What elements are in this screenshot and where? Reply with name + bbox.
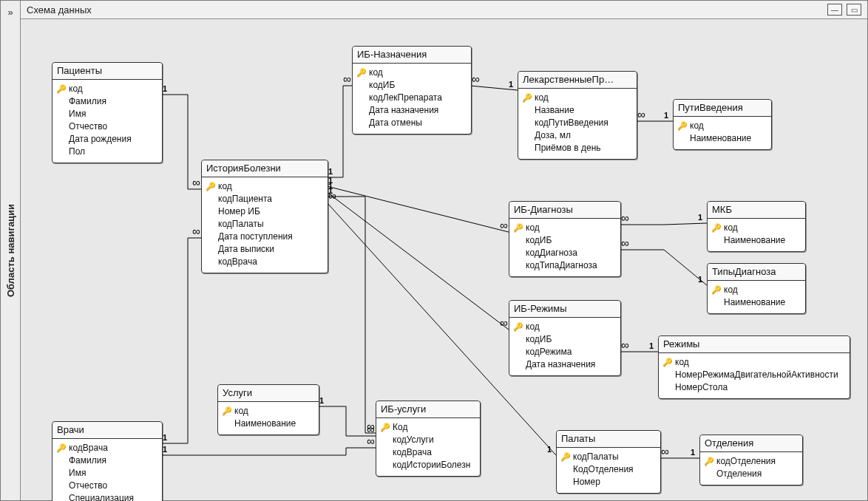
table-header[interactable]: Пациенты bbox=[52, 63, 162, 80]
field-item[interactable]: Специализация bbox=[57, 492, 157, 501]
table-prescr[interactable]: ИБ-Назначения🔑кодкодИБкодЛекПрепаратаДат… bbox=[352, 46, 472, 134]
table-header[interactable]: ТипыДиагноза bbox=[708, 264, 805, 281]
field-item[interactable]: Фамилия bbox=[57, 95, 157, 108]
table-header[interactable]: ИБ-Назначения bbox=[353, 47, 471, 64]
field-item[interactable]: КодОтделения bbox=[561, 463, 656, 476]
field-item[interactable]: НомерСтола bbox=[663, 381, 845, 394]
field-item[interactable]: Дата выписки bbox=[206, 243, 323, 256]
field-item[interactable]: 🔑код bbox=[663, 356, 845, 369]
field-name: НомерРежимаДвигательнойАктивности bbox=[675, 369, 838, 381]
field-item[interactable]: 🔑код bbox=[206, 180, 323, 193]
table-header[interactable]: ИБ-услуги bbox=[376, 401, 480, 418]
table-header[interactable]: Палаты bbox=[557, 431, 660, 448]
table-services[interactable]: Услуги🔑кодНаименование bbox=[217, 384, 319, 435]
field-item[interactable]: Пол bbox=[57, 146, 157, 158]
field-item[interactable]: Отчество bbox=[57, 480, 157, 492]
field-item[interactable]: НомерРежимаДвигательнойАктивности bbox=[663, 369, 845, 381]
table-routes[interactable]: ПутиВведения🔑кодНаименование bbox=[673, 99, 772, 150]
field-item[interactable]: Приёмов в день bbox=[523, 142, 632, 154]
field-item[interactable]: 🔑кодПалаты bbox=[561, 451, 656, 463]
field-item[interactable]: 🔑кодОтделения bbox=[705, 455, 798, 468]
table-header[interactable]: ИБ-Диагнозы bbox=[509, 202, 620, 219]
navigation-pane-collapsed[interactable]: » Область навигации bbox=[1, 1, 21, 500]
field-item[interactable]: 🔑код bbox=[712, 222, 801, 234]
field-item[interactable]: кодРежима bbox=[514, 346, 616, 358]
minimize-button[interactable]: — bbox=[827, 4, 842, 16]
table-depts[interactable]: Отделения🔑кодОтделенияОтделения bbox=[699, 434, 803, 485]
field-item[interactable]: кодУслуги bbox=[381, 434, 475, 446]
svg-text:∞: ∞ bbox=[367, 423, 375, 435]
table-header[interactable]: Врачи bbox=[52, 422, 162, 439]
field-item[interactable]: 🔑Код bbox=[381, 421, 475, 434]
field-item[interactable]: 🔑код bbox=[523, 92, 632, 104]
field-list: 🔑кодОтделенияОтделения bbox=[700, 452, 802, 485]
field-item[interactable]: Отчество bbox=[57, 120, 157, 133]
table-ib_serv[interactable]: ИБ-услуги🔑КодкодУслугикодВрачакодИстории… bbox=[376, 401, 481, 477]
field-item[interactable]: кодИсторииБолезн bbox=[381, 459, 475, 471]
field-item[interactable]: Отделения bbox=[705, 468, 798, 480]
field-item[interactable]: 🔑код bbox=[514, 222, 616, 234]
table-header[interactable]: МКБ bbox=[708, 202, 805, 219]
field-item[interactable]: Имя bbox=[57, 467, 157, 480]
table-header[interactable]: Режимы bbox=[659, 336, 850, 353]
field-item[interactable]: 🔑код bbox=[514, 321, 616, 333]
field-item[interactable]: Дата отмены bbox=[357, 117, 467, 129]
nav-expand-icon[interactable]: » bbox=[1, 7, 20, 18]
field-item[interactable]: 🔑код bbox=[712, 284, 801, 296]
field-item[interactable]: Название bbox=[523, 104, 632, 117]
field-item[interactable]: Дата назначения bbox=[357, 104, 467, 117]
field-item[interactable]: Дата поступления bbox=[206, 231, 323, 243]
table-header[interactable]: ЛекарственныеПр… bbox=[518, 72, 637, 89]
table-regimes[interactable]: Режимы🔑кодНомерРежимаДвигательнойАктивно… bbox=[658, 335, 850, 399]
field-item[interactable]: кодПалаты bbox=[206, 218, 323, 231]
table-diagtype[interactable]: ТипыДиагноза🔑кодНаименование bbox=[707, 263, 806, 314]
table-header[interactable]: ПутиВведения bbox=[674, 100, 771, 117]
field-item[interactable]: кодВрача bbox=[381, 446, 475, 459]
table-mkb[interactable]: МКБ🔑кодНаименование bbox=[707, 201, 806, 252]
field-item[interactable]: Имя bbox=[57, 108, 157, 120]
field-item[interactable]: Наименование bbox=[223, 418, 314, 430]
field-item[interactable]: кодПутиВведения bbox=[523, 117, 632, 129]
field-item[interactable]: 🔑код bbox=[223, 405, 314, 418]
field-item[interactable]: Наименование bbox=[678, 132, 767, 145]
field-item[interactable]: Номер ИБ bbox=[206, 205, 323, 218]
field-name: код bbox=[526, 222, 540, 234]
table-header[interactable]: ИсторияБолезни bbox=[202, 160, 328, 177]
field-name: код bbox=[234, 405, 248, 418]
table-doctors[interactable]: Врачи🔑кодВрачаФамилияИмяОтчествоСпециали… bbox=[52, 421, 163, 501]
field-item[interactable]: кодИБ bbox=[514, 333, 616, 346]
field-item[interactable]: кодДиагноза bbox=[514, 247, 616, 259]
field-item[interactable]: кодВрача bbox=[206, 256, 323, 268]
field-item[interactable]: Наименование bbox=[712, 296, 801, 309]
field-item[interactable]: Номер bbox=[561, 476, 656, 488]
field-item[interactable]: Наименование bbox=[712, 234, 801, 247]
field-item[interactable]: Доза, мл bbox=[523, 129, 632, 142]
field-item[interactable]: 🔑код bbox=[678, 120, 767, 132]
table-header[interactable]: ИБ-Режимы bbox=[509, 301, 620, 318]
relationships-canvas[interactable]: 1∞1∞∞1∞11∞∞1∞11∞∞11∞1∞1∞1∞∞1∞1 Пациенты🔑… bbox=[21, 19, 867, 500]
field-item[interactable]: 🔑код bbox=[357, 67, 467, 79]
table-drugs[interactable]: ЛекарственныеПр…🔑кодНазваниекодПутиВведе… bbox=[518, 71, 637, 160]
field-item[interactable]: 🔑код bbox=[57, 83, 157, 95]
primary-key-icon: 🔑 bbox=[223, 405, 231, 418]
field-item[interactable]: кодИБ bbox=[514, 234, 616, 247]
field-item[interactable]: кодТипаДиагноза bbox=[514, 259, 616, 272]
restore-button[interactable]: ▭ bbox=[847, 4, 861, 16]
field-item[interactable]: кодИБ bbox=[357, 79, 467, 92]
table-header[interactable]: Отделения bbox=[700, 435, 802, 452]
field-item[interactable]: 🔑кодВрача bbox=[57, 442, 157, 454]
field-item[interactable]: кодЛекПрепарата bbox=[357, 92, 467, 104]
field-item[interactable]: Дата назначения bbox=[514, 358, 616, 371]
table-wards[interactable]: Палаты🔑кодПалатыКодОтделенияНомер bbox=[556, 430, 661, 494]
table-header[interactable]: Услуги bbox=[218, 385, 319, 402]
svg-text:1: 1 bbox=[319, 396, 324, 405]
table-history[interactable]: ИсторияБолезни🔑кодкодПациентаНомер ИБкод… bbox=[201, 160, 328, 273]
field-item[interactable]: Фамилия bbox=[57, 454, 157, 467]
field-item[interactable]: кодПациента bbox=[206, 193, 323, 205]
field-item[interactable]: Дата рождения bbox=[57, 133, 157, 146]
field-name: код bbox=[675, 356, 689, 369]
primary-key-icon: 🔑 bbox=[206, 180, 215, 193]
table-regimes_ib[interactable]: ИБ-Режимы🔑кодкодИБкодРежимаДата назначен… bbox=[509, 300, 621, 376]
table-diag[interactable]: ИБ-Диагнозы🔑кодкодИБкодДиагнозакодТипаДи… bbox=[509, 201, 621, 277]
table-patients[interactable]: Пациенты🔑кодФамилияИмяОтчествоДата рожде… bbox=[52, 62, 163, 163]
